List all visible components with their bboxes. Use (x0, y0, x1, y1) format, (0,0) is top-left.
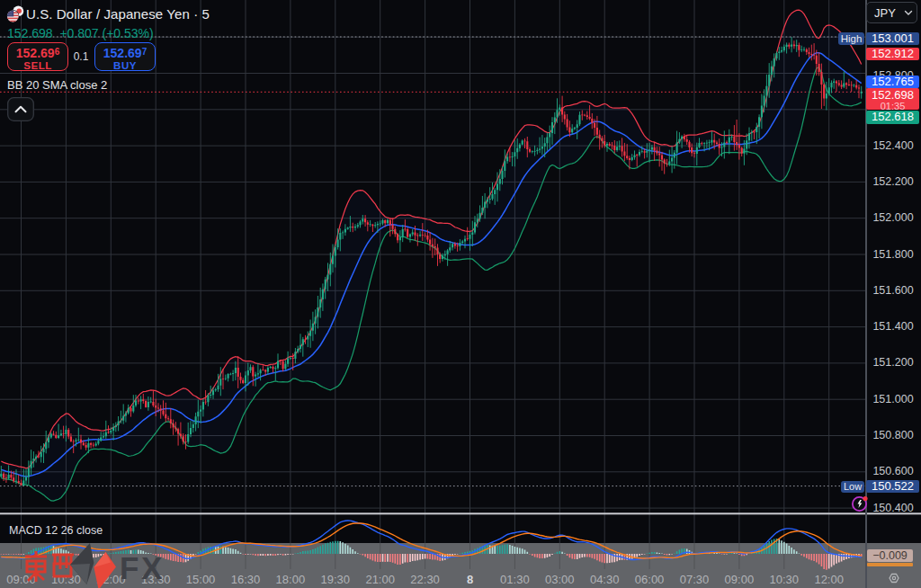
svg-text:FX: FX (120, 550, 165, 585)
